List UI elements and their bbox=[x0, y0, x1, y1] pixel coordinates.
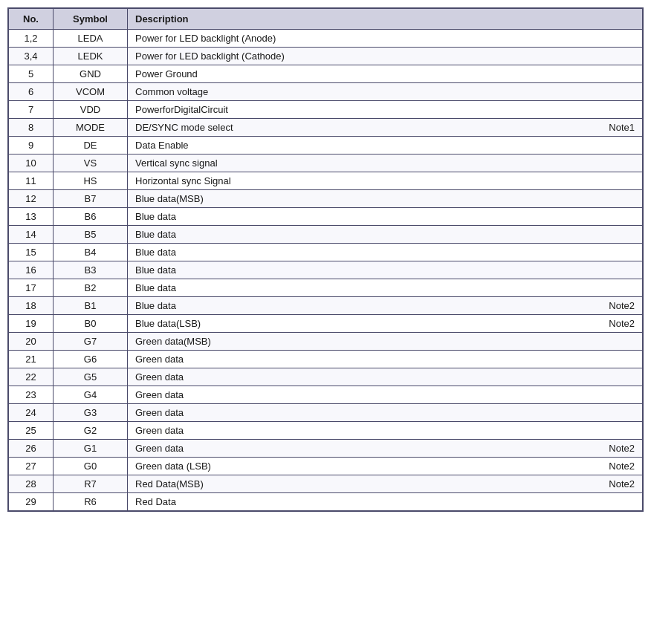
cell-description: Blue data bbox=[128, 244, 643, 261]
cell-no: 8 bbox=[9, 119, 54, 137]
cell-no: 26 bbox=[9, 440, 54, 458]
cell-description: Blue dataNote2 bbox=[128, 297, 643, 315]
table-row: 22G5Green data bbox=[9, 368, 643, 386]
cell-no: 18 bbox=[9, 297, 54, 315]
cell-description: Data Enable bbox=[128, 137, 643, 155]
cell-symbol: LEDA bbox=[54, 30, 128, 48]
cell-description: PowerforDigitalCircuit bbox=[128, 101, 643, 119]
table-row: 17B2Blue data bbox=[9, 279, 643, 297]
cell-symbol: B5 bbox=[54, 226, 128, 244]
cell-description: Vertical sync signal bbox=[128, 155, 643, 172]
table-row: 8MODEDE/SYNC mode selectNote1 bbox=[9, 119, 643, 137]
cell-description: DE/SYNC mode selectNote1 bbox=[128, 119, 643, 137]
table-row: 14B5Blue data bbox=[9, 226, 643, 244]
cell-no: 20 bbox=[9, 333, 54, 351]
cell-symbol: VS bbox=[54, 155, 128, 172]
cell-no: 22 bbox=[9, 368, 54, 386]
table-row: 13B6Blue data bbox=[9, 208, 643, 226]
table-row: 12B7Blue data(MSB) bbox=[9, 190, 643, 208]
cell-symbol: B7 bbox=[54, 190, 128, 208]
cell-no: 16 bbox=[9, 261, 54, 279]
cell-symbol: B2 bbox=[54, 279, 128, 297]
cell-symbol: B6 bbox=[54, 208, 128, 226]
cell-no: 27 bbox=[9, 458, 54, 475]
cell-symbol: B0 bbox=[54, 315, 128, 333]
cell-description: Power Ground bbox=[128, 65, 643, 83]
table-row: 10VSVertical sync signal bbox=[9, 155, 643, 172]
table-row: 24G3Green data bbox=[9, 404, 643, 422]
table-row: 16B3Blue data bbox=[9, 261, 643, 279]
table-row: 9DEData Enable bbox=[9, 137, 643, 155]
table-row: 20G7Green data(MSB) bbox=[9, 333, 643, 351]
cell-description: Green data(MSB) bbox=[128, 333, 643, 351]
note-label: Note2 bbox=[609, 461, 635, 472]
cell-symbol: LEDK bbox=[54, 48, 128, 65]
cell-no: 23 bbox=[9, 386, 54, 404]
cell-symbol: VDD bbox=[54, 101, 128, 119]
cell-description: Green data bbox=[128, 422, 643, 440]
table-row: 28R7Red Data(MSB)Note2 bbox=[9, 475, 643, 493]
cell-description: Blue data(LSB)Note2 bbox=[128, 315, 643, 333]
cell-symbol: B3 bbox=[54, 261, 128, 279]
table-row: 19B0Blue data(LSB)Note2 bbox=[9, 315, 643, 333]
cell-description: Blue data bbox=[128, 261, 643, 279]
cell-symbol: DE bbox=[54, 137, 128, 155]
header-symbol: Symbol bbox=[54, 9, 128, 30]
cell-symbol: R7 bbox=[54, 475, 128, 493]
table-row: 3,4LEDKPower for LED backlight (Cathode) bbox=[9, 48, 643, 65]
note-label: Note1 bbox=[609, 122, 635, 133]
cell-symbol: G6 bbox=[54, 351, 128, 368]
cell-description: Blue data(MSB) bbox=[128, 190, 643, 208]
cell-no: 3,4 bbox=[9, 48, 54, 65]
cell-description: Horizontal sync Signal bbox=[128, 172, 643, 190]
table-row: 23G4Green data bbox=[9, 386, 643, 404]
header-no: No. bbox=[9, 9, 54, 30]
cell-description: Power for LED backlight (Cathode) bbox=[128, 48, 643, 65]
cell-no: 7 bbox=[9, 101, 54, 119]
cell-no: 24 bbox=[9, 404, 54, 422]
note-label: Note2 bbox=[609, 478, 635, 489]
cell-description: Common voltage bbox=[128, 83, 643, 101]
table-row: 29R6Red Data bbox=[9, 493, 643, 511]
cell-no: 5 bbox=[9, 65, 54, 83]
cell-description: Red Data bbox=[128, 493, 643, 511]
cell-no: 12 bbox=[9, 190, 54, 208]
cell-no: 13 bbox=[9, 208, 54, 226]
cell-no: 11 bbox=[9, 172, 54, 190]
cell-symbol: G3 bbox=[54, 404, 128, 422]
table-row: 18B1Blue dataNote2 bbox=[9, 297, 643, 315]
cell-no: 15 bbox=[9, 244, 54, 261]
cell-symbol: G2 bbox=[54, 422, 128, 440]
cell-symbol: G4 bbox=[54, 386, 128, 404]
cell-description: Green data bbox=[128, 386, 643, 404]
table-row: 25G2Green data bbox=[9, 422, 643, 440]
table-row: 26G1Green dataNote2 bbox=[9, 440, 643, 458]
table-row: 21G6Green data bbox=[9, 351, 643, 368]
cell-no: 19 bbox=[9, 315, 54, 333]
cell-no: 10 bbox=[9, 155, 54, 172]
cell-symbol: G1 bbox=[54, 440, 128, 458]
cell-no: 14 bbox=[9, 226, 54, 244]
cell-description: Green data bbox=[128, 368, 643, 386]
note-label: Note2 bbox=[609, 318, 635, 329]
cell-symbol: MODE bbox=[54, 119, 128, 137]
cell-symbol: HS bbox=[54, 172, 128, 190]
cell-no: 1,2 bbox=[9, 30, 54, 48]
cell-description: Green dataNote2 bbox=[128, 440, 643, 458]
cell-symbol: R6 bbox=[54, 493, 128, 511]
table-row: 27G0Green data (LSB)Note2 bbox=[9, 458, 643, 475]
cell-symbol: B1 bbox=[54, 297, 128, 315]
cell-no: 9 bbox=[9, 137, 54, 155]
header-description: Description bbox=[128, 9, 643, 30]
cell-description: Blue data bbox=[128, 279, 643, 297]
cell-no: 17 bbox=[9, 279, 54, 297]
cell-description: Green data bbox=[128, 404, 643, 422]
cell-no: 28 bbox=[9, 475, 54, 493]
cell-description: Red Data(MSB)Note2 bbox=[128, 475, 643, 493]
cell-description: Blue data bbox=[128, 226, 643, 244]
table-row: 7VDDPowerforDigitalCircuit bbox=[9, 101, 643, 119]
note-label: Note2 bbox=[609, 300, 635, 311]
pin-table: No. Symbol Description 1,2LEDAPower for … bbox=[7, 7, 644, 512]
cell-no: 6 bbox=[9, 83, 54, 101]
cell-description: Green data (LSB)Note2 bbox=[128, 458, 643, 475]
